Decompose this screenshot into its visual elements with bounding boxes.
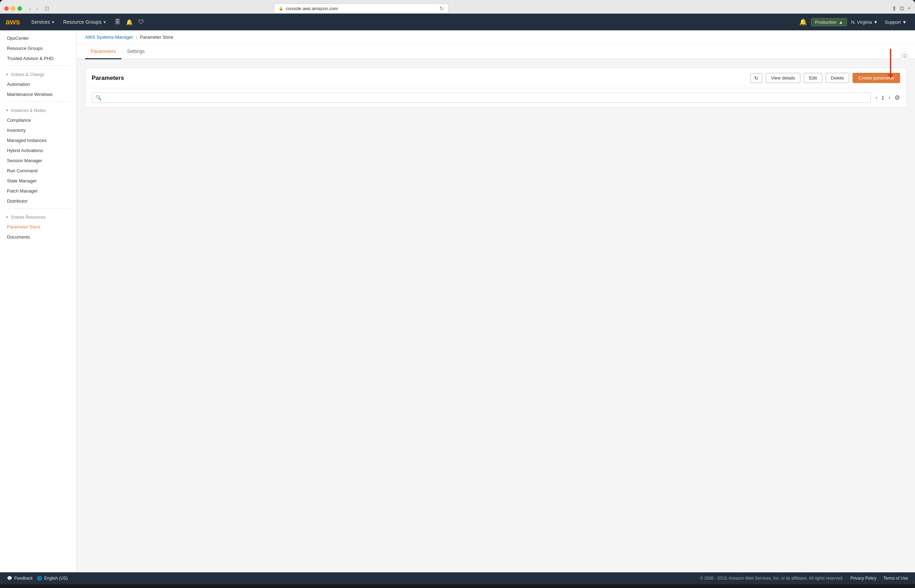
search-row: 🔍 ‹ 1 › ⚙ <box>86 88 906 107</box>
environment-badge[interactable]: Production ▲ <box>811 18 847 26</box>
settings-icon[interactable]: ⚙ <box>894 94 900 102</box>
region-selector[interactable]: N. Virginia ▼ <box>849 19 881 25</box>
region-chevron-icon: ▼ <box>873 19 878 25</box>
plus-button[interactable]: + <box>907 5 911 13</box>
search-input[interactable] <box>103 95 867 100</box>
sidebar-item-session-manager[interactable]: Session Manager <box>0 155 76 166</box>
search-container[interactable]: 🔍 <box>92 92 871 103</box>
new-tab-button[interactable]: ⧉ <box>900 5 904 13</box>
info-button[interactable]: ⓘ <box>900 51 909 61</box>
sidebar-item-compliance[interactable]: Compliance <box>0 115 76 125</box>
sidebar-item-maintenance-windows[interactable]: Maintenance Windows <box>0 89 76 99</box>
minimize-button[interactable] <box>11 6 15 11</box>
back-button[interactable]: ‹ <box>27 5 33 13</box>
sidebar-item-run-command[interactable]: Run Command <box>0 166 76 176</box>
nav-arrows: ‹ › <box>27 5 40 13</box>
services-chevron-icon: ▼ <box>51 20 55 24</box>
aws-logo: aws <box>6 18 20 26</box>
refresh-button[interactable]: ↻ <box>750 73 762 83</box>
sidebar-item-hybrid-activations[interactable]: Hybrid Activations <box>0 145 76 155</box>
bell-nav-icon[interactable]: 🔔 <box>124 18 134 27</box>
close-button[interactable] <box>4 6 9 11</box>
parameters-panel: Parameters ↻ View details Edit Delete Cr… <box>85 68 907 107</box>
next-page-button[interactable]: › <box>886 94 892 102</box>
share-button[interactable]: ⬆ <box>892 5 897 13</box>
panel-content: Parameters ↻ View details Edit Delete Cr… <box>77 59 915 116</box>
globe-icon: 🌐 <box>37 576 42 581</box>
sidebar-section-shared: ▼ Shared Resources <box>0 211 76 222</box>
services-menu[interactable]: Services ▼ <box>27 14 59 30</box>
view-details-button[interactable]: View details <box>766 73 800 83</box>
sidebar-item-opscenter[interactable]: OpsCenter <box>0 33 76 43</box>
feedback-button[interactable]: 💬 Feedback <box>7 576 33 581</box>
aws-navbar: aws Services ▼ Resource Groups ▼ 🗄 🔔 🛡 🔔… <box>0 14 915 30</box>
breadcrumb-parent[interactable]: AWS Systems Manager <box>85 34 133 40</box>
search-icon: 🔍 <box>95 95 102 100</box>
breadcrumb-separator: › <box>136 34 137 40</box>
page-number: 1 <box>881 95 884 100</box>
nav-icons: 🗄 🔔 🛡 <box>113 18 145 27</box>
terms-of-use-link[interactable]: Terms of Use <box>883 576 908 581</box>
footer: 💬 Feedback 🌐 English (US) © 2008 - 2019,… <box>0 572 915 584</box>
pagination: ‹ 1 › ⚙ <box>873 94 900 102</box>
sidebar-item-distributor[interactable]: Distributor <box>0 196 76 206</box>
sidebar-section-instances: ▼ Instances & Nodes <box>0 104 76 115</box>
breadcrumb-current: Parameter Store <box>140 34 173 40</box>
language-selector[interactable]: 🌐 English (US) <box>37 576 68 581</box>
lock-icon: 🔒 <box>279 6 284 11</box>
traffic-lights <box>4 6 22 11</box>
sidebar-item-automation[interactable]: Automation <box>0 79 76 89</box>
sidebar-toggle-button[interactable]: ⊡ <box>42 5 51 13</box>
prev-page-button[interactable]: ‹ <box>873 94 879 102</box>
maximize-button[interactable] <box>18 6 22 11</box>
main-wrapper: AWS Systems Manager › Parameter Store Pa… <box>77 30 915 572</box>
breadcrumb: AWS Systems Manager › Parameter Store <box>77 30 915 44</box>
tabs-bar: Parameters Settings <box>77 44 915 59</box>
parameters-header: Parameters ↻ View details Edit Delete Cr… <box>86 68 906 88</box>
sidebar-item-state-manager[interactable]: State Manager <box>0 176 76 186</box>
support-menu[interactable]: Support ▼ <box>882 19 909 25</box>
edit-button[interactable]: Edit <box>804 73 822 83</box>
sidebar-item-resource-groups[interactable]: Resource Groups <box>0 43 76 53</box>
sidebar-item-patch-manager[interactable]: Patch Manager <box>0 186 76 196</box>
triangle-icon: ▼ <box>6 73 9 76</box>
support-chevron-icon: ▼ <box>902 19 907 25</box>
sidebar-item-inventory[interactable]: Inventory <box>0 125 76 135</box>
database-icon[interactable]: 🗄 <box>113 18 122 27</box>
content-area: OpsCenter Resource Groups Trusted Adviso… <box>0 30 915 572</box>
sidebar-item-parameter-store[interactable]: Parameter Store <box>0 222 76 232</box>
triangle-icon: ▼ <box>6 215 9 219</box>
sidebar-item-managed-instances[interactable]: Managed Instances <box>0 135 76 145</box>
privacy-policy-link[interactable]: Privacy Policy <box>850 576 877 581</box>
url-bar[interactable]: 🔒 console.aws.amazon.com ↻ <box>274 3 449 14</box>
main-content: AWS Systems Manager › Parameter Store Pa… <box>77 30 915 572</box>
tab-settings[interactable]: Settings <box>121 44 150 59</box>
sidebar-section-actions: ▼ Actions & Change <box>0 68 76 79</box>
resource-groups-chevron-icon: ▼ <box>103 20 107 24</box>
refresh-icon[interactable]: ↻ <box>439 5 444 12</box>
copyright-text: © 2008 - 2019, Amazon Web Services, Inc.… <box>700 576 843 581</box>
create-parameter-button[interactable]: Create parameter <box>852 73 900 83</box>
sidebar: OpsCenter Resource Groups Trusted Adviso… <box>0 30 77 572</box>
browser-actions: ⬆ ⧉ + <box>892 5 911 13</box>
env-chevron-icon: ▲ <box>839 19 843 25</box>
shield-icon[interactable]: 🛡 <box>137 18 145 27</box>
sidebar-item-documents[interactable]: Documents <box>0 232 76 242</box>
resource-groups-menu[interactable]: Resource Groups ▼ <box>59 14 111 30</box>
forward-button[interactable]: › <box>34 5 39 13</box>
url-text: console.aws.amazon.com <box>286 6 338 11</box>
nav-right: 🔔 Production ▲ N. Virginia ▼ Support ▼ <box>799 18 909 26</box>
notification-bell-icon[interactable]: 🔔 <box>799 18 807 26</box>
delete-button[interactable]: Delete <box>826 73 849 83</box>
tab-parameters[interactable]: Parameters <box>85 44 121 59</box>
parameters-title: Parameters <box>92 74 124 82</box>
triangle-icon: ▼ <box>6 109 9 112</box>
feedback-icon: 💬 <box>7 576 12 581</box>
sidebar-item-trusted-advisor[interactable]: Trusted Advisor & PHD <box>0 53 76 63</box>
